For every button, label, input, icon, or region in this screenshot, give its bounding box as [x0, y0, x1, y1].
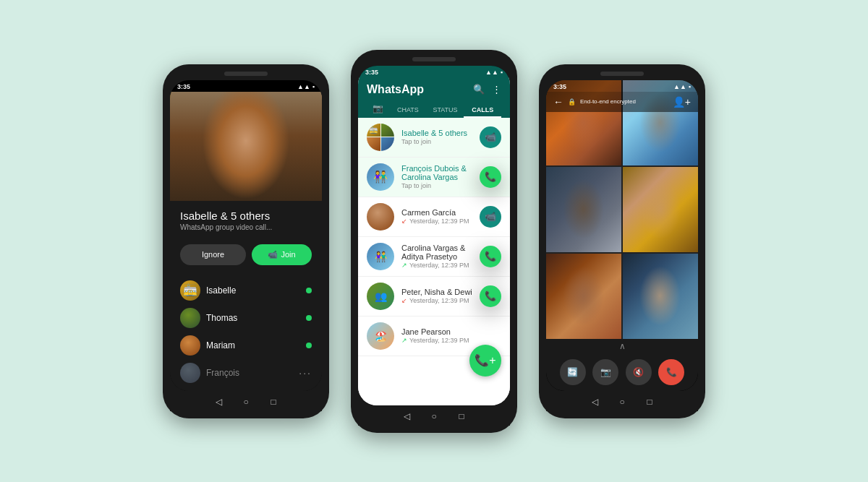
status-bar-2: 3:35 ▲▲ ▪ [358, 66, 510, 77]
video-call-screen: ← 🔒 End-to-end encrypted 👤+ [546, 80, 698, 391]
participant-isabelle: 🚋 Isabelle [180, 277, 312, 304]
avatar-mariam [180, 335, 200, 356]
home-nav-1[interactable]: ○ [239, 395, 252, 408]
call-btn-isabelle[interactable]: 📹 [480, 126, 501, 148]
status-time-3: 3:35 [553, 83, 566, 90]
home-nav-3[interactable]: ○ [616, 395, 629, 408]
status-icons-1: ▲▲ ▪ [297, 83, 315, 90]
missed-call-icon-2: ↙ [401, 297, 407, 304]
video-off-icon: 📷 [600, 367, 611, 377]
call-item-carolina[interactable]: 👫 Carolina Vargas & Aditya Prasetyo ↗ Ye… [358, 237, 510, 277]
more-options-icon: ··· [299, 367, 312, 379]
join-button[interactable]: 📹 Join [252, 244, 312, 265]
call-avatar-francois: 👫 [367, 163, 394, 191]
menu-icon[interactable]: ⋮ [492, 84, 501, 95]
back-arrow-video[interactable]: ← [553, 96, 563, 108]
call-avatar-jane: 🏖️ [367, 322, 394, 350]
status-icons-2: ▲▲ ▪ [485, 69, 503, 76]
lock-icon: 🔒 [568, 98, 576, 106]
video-cell-3 [546, 167, 621, 252]
wa-header: WhatsApp 🔍 ⋮ 📷 CHATS STATUS CALLS [358, 77, 510, 118]
call-btn-carmen[interactable]: 📹 [480, 206, 501, 228]
status-bar-1: 3:35 ▲▲ ▪ [170, 80, 322, 92]
call-item-isabelle[interactable]: 🚋 Isabelle & 5 others Tap to join 📹 [358, 118, 510, 158]
tab-camera[interactable]: 📷 [367, 100, 389, 118]
phone-3-speaker [600, 72, 644, 76]
call-item-francois[interactable]: 👫 François Dubois & Carolina Vargas Tap … [358, 158, 510, 197]
incoming-call-screen: Isabelle & 5 others WhatsApp group video… [170, 92, 322, 391]
flip-camera-icon: 🔄 [567, 367, 578, 377]
caller-info: Isabelle & 5 others WhatsApp group video… [170, 201, 322, 237]
video-call-header: ← 🔒 End-to-end encrypted 👤+ [546, 92, 698, 112]
search-icon[interactable]: 🔍 [473, 84, 485, 95]
ignore-button[interactable]: Ignore [180, 244, 246, 265]
missed-call-icon: ↙ [401, 218, 407, 225]
signal-icon-2: ▲▲ [485, 69, 498, 76]
battery-icon-3: ▪ [689, 83, 691, 90]
call-info-carolina: Carolina Vargas & Aditya Prasetyo ↗ Yest… [401, 244, 480, 269]
call-btn-carolina[interactable]: 📞 [480, 246, 501, 267]
tab-status[interactable]: STATUS [427, 102, 464, 118]
end-call-btn[interactable]: 📞 [658, 359, 684, 385]
back-nav-2[interactable]: ◁ [400, 410, 413, 423]
call-btn-peter[interactable]: 📞 [480, 285, 501, 307]
calls-list: 🚋 Isabelle & 5 others Tap to join 📹 [358, 118, 510, 405]
recent-nav-2[interactable]: □ [455, 410, 468, 423]
signal-icon-3: ▲▲ [673, 83, 686, 90]
wa-header-icons: 🔍 ⋮ [473, 84, 501, 95]
scroll-indicator: ∧ [546, 339, 698, 353]
call-avatar-peter: 👥 [367, 283, 394, 310]
phone-2-speaker [412, 57, 456, 61]
online-dot-isabelle [306, 288, 312, 293]
participant-name-mariam: Mariam [206, 340, 235, 350]
online-dot-thomas [306, 315, 312, 321]
video-icon-join: 📹 [268, 250, 278, 259]
call-name-francois: François Dubois & Carolina Vargas [401, 164, 480, 181]
phone-1-screen: 3:35 ▲▲ ▪ Isabelle & 5 others WhatsApp g… [170, 80, 322, 391]
new-call-fab[interactable]: 📞+ [469, 345, 501, 376]
phone-2-screen: 3:35 ▲▲ ▪ WhatsApp 🔍 ⋮ [358, 66, 510, 405]
back-nav-3[interactable]: ◁ [588, 395, 601, 408]
participant-name-isabelle: Isabelle [206, 285, 236, 296]
call-info-jane: Jane Pearson ↗ Yesterday, 12:39 PM [401, 327, 501, 344]
flip-camera-btn[interactable]: 🔄 [560, 359, 586, 385]
call-btn-francois[interactable]: 📞 [480, 166, 501, 188]
call-name-carmen: Carmen García [401, 208, 480, 217]
call-item-carmen[interactable]: Carmen García ↙ Yesterday, 12:39 PM 📹 [358, 197, 510, 237]
call-item-peter[interactable]: 👥 Peter, Nisha & Dewi ↙ Yesterday, 12:39… [358, 277, 510, 317]
call-time-peter: ↙ Yesterday, 12:39 PM [401, 297, 480, 304]
call-time-jane: ↗ Yesterday, 12:39 PM [401, 337, 501, 344]
participant-mariam: Mariam [180, 332, 312, 359]
outgoing-call-icon-2: ↗ [401, 337, 407, 344]
call-controls: 🔄 📷 🔇 📞 [546, 353, 698, 391]
avatar-francois [180, 363, 200, 383]
home-nav-2[interactable]: ○ [427, 410, 441, 423]
encrypted-text: End-to-end encrypted [580, 98, 636, 105]
wa-title: WhatsApp [367, 83, 424, 96]
call-info-francois: François Dubois & Carolina Vargas Tap to… [401, 164, 480, 189]
caller-subtitle: WhatsApp group video call... [180, 223, 312, 231]
call-name-peter: Peter, Nisha & Dewi [401, 288, 480, 296]
phone-3-screen: 3:35 ▲▲ ▪ ← 🔒 End-to-end encrypted 👤+ [546, 80, 698, 391]
participant-thomas: Thomas [180, 304, 312, 332]
recent-nav-1[interactable]: □ [267, 395, 280, 408]
status-time-1: 3:35 [177, 83, 190, 90]
tab-chats[interactable]: CHATS [389, 102, 427, 118]
add-participant-btn[interactable]: 👤+ [673, 96, 691, 108]
call-time-carmen: ↙ Yesterday, 12:39 PM [401, 218, 480, 225]
call-info-carmen: Carmen García ↙ Yesterday, 12:39 PM [401, 208, 480, 225]
phone-2-nav: ◁ ○ □ [358, 405, 510, 426]
recent-nav-3[interactable]: □ [643, 395, 656, 408]
phone-1-nav: ◁ ○ □ [170, 391, 322, 411]
back-nav-1[interactable]: ◁ [212, 395, 225, 408]
tab-calls[interactable]: CALLS [464, 102, 501, 118]
outgoing-call-icon: ↗ [401, 262, 407, 269]
video-cell-4 [623, 167, 698, 252]
mute-btn[interactable]: 🔇 [626, 359, 652, 385]
battery-icon-2: ▪ [501, 69, 503, 76]
call-avatar-carmen [367, 203, 394, 231]
end-call-icon: 📞 [666, 367, 677, 377]
video-toggle-btn[interactable]: 📷 [592, 359, 618, 385]
participants-list: 🚋 Isabelle Thomas [170, 272, 322, 391]
online-dot-mariam [306, 343, 312, 348]
